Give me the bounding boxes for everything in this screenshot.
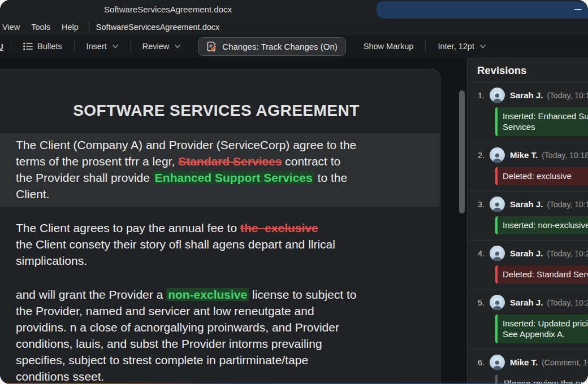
track-changes-icon bbox=[206, 41, 217, 52]
menu-view[interactable]: View bbox=[0, 23, 25, 32]
toolbar: U Bullets Insert Review bbox=[0, 35, 588, 58]
show-markup-label: Show Markup bbox=[364, 42, 414, 51]
underline-button[interactable]: U bbox=[0, 42, 11, 51]
review-dropdown[interactable]: Review bbox=[131, 42, 193, 51]
tracked-insertion: non-exclusive bbox=[166, 288, 249, 301]
revision-author: Sarah J. bbox=[510, 90, 543, 100]
menu-document-name: SoftwareServicesAgreement.docx bbox=[96, 23, 219, 32]
revision-author: Mike T. bbox=[510, 357, 538, 367]
revision-timestamp: (Today, 10:18 AM) bbox=[542, 151, 588, 160]
tracked-deletion: Standard Services bbox=[178, 155, 282, 168]
vertical-scrollbar[interactable] bbox=[459, 90, 465, 213]
revisions-panel: Revisions 1.Sarah J.(Today, 10:15 AM)Ins… bbox=[467, 58, 588, 384]
revision-number: 6. bbox=[475, 358, 485, 367]
revisions-list: 1.Sarah J.(Today, 10:15 AM)Inserted: Enh… bbox=[468, 82, 588, 384]
overlapping-window-bar[interactable] bbox=[377, 1, 588, 19]
person-avatar-icon bbox=[492, 299, 503, 310]
bullets-icon bbox=[23, 42, 33, 50]
content-area: SOFTWARE SERVICES AGREEMENT The Client (… bbox=[0, 58, 588, 384]
revision-number: 4. bbox=[475, 249, 485, 258]
document-body: The Client (Company A) and Provider (Ser… bbox=[0, 133, 440, 384]
document-title[interactable]: SOFTWARE SERVICES AGREEMENT bbox=[0, 102, 440, 120]
show-markup-button[interactable]: Show Markup bbox=[352, 42, 426, 51]
author-avatar bbox=[490, 246, 505, 261]
author-avatar bbox=[490, 355, 505, 370]
review-label: Review bbox=[142, 42, 170, 51]
menu-tools[interactable]: Tools bbox=[25, 23, 56, 32]
revision-entry-header: 2.Mike T.(Today, 10:18 AM) bbox=[475, 147, 588, 163]
font-selector[interactable]: Inter, 12pt bbox=[426, 42, 498, 51]
revision-entry[interactable]: 3.Sarah J.(Today, 10:19 AM)Inserted: non… bbox=[468, 191, 588, 241]
revision-author: Sarah J. bbox=[510, 298, 543, 307]
revision-number: 5. bbox=[475, 298, 485, 307]
comment-box[interactable]: Please review the new termination clause… bbox=[495, 374, 588, 384]
paragraph-text: license to subject to the Provider, name… bbox=[16, 288, 356, 383]
chevron-down-icon bbox=[175, 45, 180, 49]
revision-timestamp: (Today, 10:21 AM) bbox=[547, 249, 588, 258]
bullets-button[interactable]: Bullets bbox=[11, 42, 74, 51]
revision-entry[interactable]: 1.Sarah J.(Today, 10:15 AM)Inserted: Enh… bbox=[468, 82, 588, 142]
tracked-insertion: Enhanced Support Services bbox=[153, 171, 314, 184]
revision-number: 1. bbox=[475, 91, 485, 100]
revision-entry-header: 5.Sarah J.(Today, 10:22 AM) bbox=[475, 295, 588, 310]
revision-timestamp: (Today, 10:22 AM) bbox=[547, 298, 588, 307]
revision-entry-header: 6.Mike T.(Comment, 10:24 AM) bbox=[475, 355, 588, 370]
revision-author: Sarah J. bbox=[510, 248, 543, 258]
insertion-change-box[interactable]: Inserted: Enhanced Support Services bbox=[495, 107, 588, 136]
title-bar: SoftwareServicesAgreement.docx bbox=[0, 0, 588, 19]
document-paragraph[interactable]: The Client (Company A) and Provider (Ser… bbox=[0, 133, 440, 207]
revision-number: 2. bbox=[475, 151, 485, 160]
person-avatar-icon bbox=[492, 359, 503, 370]
revision-entry[interactable]: 4.Sarah J.(Today, 10:21 AM)Deleted: Stan… bbox=[468, 241, 588, 290]
author-avatar bbox=[490, 197, 505, 212]
app-window: SoftwareServicesAgreement.docx View Tool… bbox=[0, 0, 588, 384]
person-avatar-icon bbox=[492, 201, 503, 212]
document-paragraph[interactable]: The Client agrees to pay the annual fee … bbox=[0, 216, 440, 273]
font-label: Inter, 12pt bbox=[438, 42, 474, 51]
revisions-panel-title: Revisions bbox=[468, 58, 588, 82]
paragraph-text: the Client consety their story ofl shall… bbox=[16, 238, 335, 267]
person-avatar-icon bbox=[492, 152, 503, 163]
insert-label: Insert bbox=[87, 42, 107, 51]
revision-entry[interactable]: 5.Sarah J.(Today, 10:22 AM)Inserted: Upd… bbox=[468, 290, 588, 350]
document-page[interactable]: SOFTWARE SERVICES AGREEMENT The Client (… bbox=[0, 69, 440, 384]
revision-author: Mike T. bbox=[510, 150, 538, 160]
window-title: SoftwareServicesAgreement.docx bbox=[104, 5, 232, 14]
insertion-change-box[interactable]: Inserted: Updated pricing. See Appendix … bbox=[495, 315, 588, 343]
revision-entry-header: 4.Sarah J.(Today, 10:21 AM) bbox=[475, 246, 588, 261]
revision-timestamp: (Today, 10:15 AM) bbox=[547, 91, 588, 100]
person-avatar-icon bbox=[492, 92, 503, 103]
insert-dropdown[interactable]: Insert bbox=[75, 42, 130, 51]
track-changes-button[interactable]: Changes: Track Changes (On) bbox=[198, 37, 345, 56]
track-changes-label: Changes: Track Changes (On) bbox=[222, 42, 337, 51]
insertion-change-box[interactable]: Inserted: non-exclusive bbox=[495, 216, 588, 234]
author-avatar bbox=[490, 295, 505, 310]
revision-number: 3. bbox=[475, 200, 485, 209]
revision-entry-header: 1.Sarah J.(Today, 10:15 AM) bbox=[475, 88, 588, 103]
menu-divider bbox=[89, 22, 89, 32]
revision-entry-header: 3.Sarah J.(Today, 10:19 AM) bbox=[475, 197, 588, 212]
menu-help[interactable]: Help bbox=[56, 23, 84, 32]
paragraph-text: The Client agrees to pay the annual fee … bbox=[16, 221, 240, 234]
deletion-change-box[interactable]: Deleted: exclusive bbox=[495, 167, 588, 185]
revision-entry[interactable]: 6.Mike T.(Comment, 10:24 AM)Please revie… bbox=[468, 350, 588, 384]
revision-entry[interactable]: 2.Mike T.(Today, 10:18 AM)Deleted: exclu… bbox=[468, 142, 588, 191]
paragraph-text: and will grant the Provider a bbox=[16, 288, 166, 301]
tracked-deletion: the exclusive bbox=[240, 221, 318, 234]
deletion-change-box[interactable]: Deleted: Standard Services bbox=[495, 265, 588, 283]
chevron-down-icon bbox=[113, 45, 118, 49]
minimize-icon[interactable] bbox=[574, 9, 582, 10]
chevron-down-icon bbox=[480, 45, 486, 49]
revision-author: Sarah J. bbox=[510, 199, 543, 209]
revision-timestamp: (Today, 10:19 AM) bbox=[547, 200, 588, 209]
author-avatar bbox=[490, 147, 505, 163]
revision-timestamp: (Comment, 10:24 AM) bbox=[542, 358, 588, 367]
menu-bar: View Tools Help SoftwareServicesAgreemen… bbox=[0, 19, 588, 36]
document-paragraph[interactable]: and will grant the Provider a non-exclus… bbox=[0, 283, 440, 384]
bullets-label: Bullets bbox=[37, 42, 62, 51]
author-avatar bbox=[490, 88, 505, 103]
person-avatar-icon bbox=[492, 250, 503, 261]
